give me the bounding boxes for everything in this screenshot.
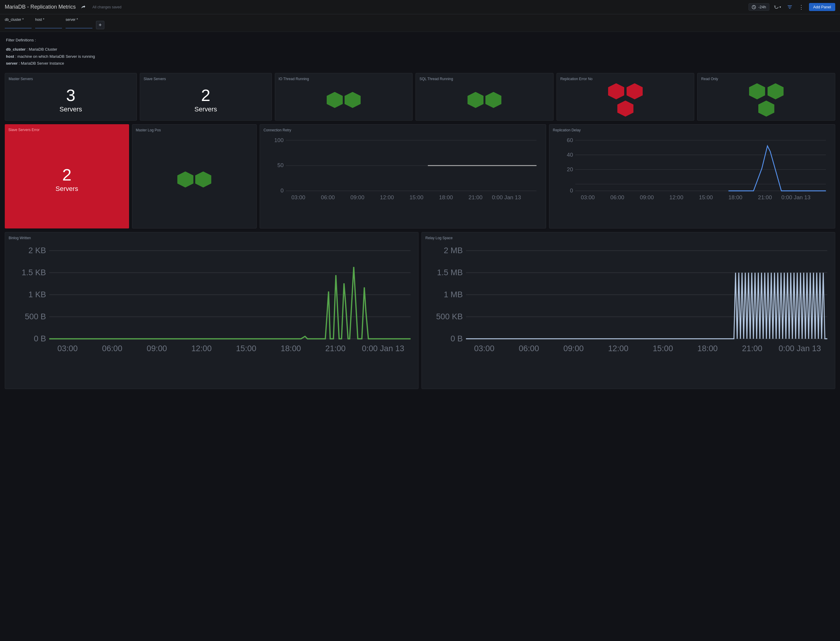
page-title: MariaDB - Replication Metrics [5,4,76,10]
panel-sql-thread: SQL Thread Running [415,73,554,121]
panel-read-only-content [701,84,831,117]
panel-binlog-written: Binlog Written 2 KB 1.5 KB 1 KB 500 B 0 … [5,232,418,389]
svg-text:06:00: 06:00 [321,194,335,200]
panel-binlog-title: Binlog Written [9,236,415,240]
svg-text:15:00: 15:00 [653,343,673,353]
svg-text:0 B: 0 B [451,333,463,343]
master-servers-stat: 3 Servers [59,87,82,113]
binlog-chart: 2 KB 1.5 KB 1 KB 500 B 0 B 03:00 06:00 0… [9,242,415,385]
svg-text:1.5 KB: 1.5 KB [22,267,46,277]
svg-text:15:00: 15:00 [410,194,423,200]
svg-text:06:00: 06:00 [610,194,624,200]
panel-relay-log-space: Relay Log Space 2 MB 1.5 MB 1 MB 500 KB … [422,232,835,389]
refresh-button[interactable]: ▾ [772,3,783,11]
sql-thread-hexes [467,92,501,108]
master-servers-label: Servers [59,105,82,113]
panel-relay-title: Relay Log Space [425,236,831,240]
panel-sql-thread-content [419,84,550,117]
master-log-hex-2 [195,172,212,188]
panel-replication-delay: Replication Delay 60 40 20 0 03:00 0 [549,124,835,229]
svg-text:03:00: 03:00 [581,194,594,200]
svg-text:15:00: 15:00 [236,343,256,353]
panel-master-log-content [136,135,253,225]
binlog-svg: 2 KB 1.5 KB 1 KB 500 B 0 B 03:00 06:00 0… [9,242,415,385]
filter-server-input[interactable] [66,23,92,28]
rep-err-hex-2 [627,84,643,100]
svg-text:500 B: 500 B [25,312,46,321]
add-filter-button[interactable]: + [96,21,104,29]
svg-text:06:00: 06:00 [102,343,122,353]
panel-master-servers: Master Servers 3 Servers [5,73,137,121]
filter-def-host: host : machine on which MariaDB Server i… [6,53,834,60]
io-hex-1 [327,92,343,108]
svg-text:0:00 Jan 13: 0:00 Jan 13 [362,343,404,353]
svg-text:0: 0 [570,187,573,193]
filter-server: server * [66,18,92,28]
relay-svg: 2 MB 1.5 MB 1 MB 500 KB 0 B 03:00 06:00 … [425,242,831,385]
panel-io-thread: IO Thread Running [275,73,413,121]
sql-hex-1 [467,92,483,108]
conn-retry-svg: 100 50 0 03:00 06:00 09:00 12:00 15:00 1… [263,135,542,225]
svg-text:0:00 Jan 13: 0:00 Jan 13 [779,343,821,353]
filter-bar: db_cluster * host * server * + [0,14,840,32]
share-button[interactable] [79,3,88,11]
svg-text:2 MB: 2 MB [444,245,463,254]
slave-err-stat: 2 Servers [55,166,78,193]
panel-read-only: Read Only [697,73,835,121]
svg-text:1 MB: 1 MB [444,290,463,299]
slave-err-label: Servers [55,185,78,193]
rep-delay-chart: 60 40 20 0 03:00 06:00 09:00 12:00 15:00… [553,135,832,225]
svg-text:09:00: 09:00 [564,343,584,353]
dashboard: Master Servers 3 Servers Slave Servers 2… [0,69,840,393]
svg-text:21:00: 21:00 [468,194,483,200]
header: MariaDB - Replication Metrics All change… [0,0,840,14]
master-log-hex-1 [178,172,194,188]
filter-db-cluster: db_cluster * [5,18,32,28]
rep-err-hexes [608,84,643,117]
panel-io-thread-title: IO Thread Running [279,77,409,81]
svg-text:09:00: 09:00 [640,194,654,200]
panel-master-log-title: Master Log Pos [136,128,253,132]
io-thread-hexes [327,92,361,108]
filter-host: host * [35,18,62,28]
panel-sql-thread-title: SQL Thread Running [419,77,550,81]
svg-text:18:00: 18:00 [728,194,742,200]
chevron-down-icon: ▾ [780,5,781,9]
filter-def-server: server : MariaDB Server Instance [6,60,834,67]
panel-slave-servers-content: 2 Servers [144,84,268,117]
panel-connection-retry: Connection Retry 100 50 0 03:00 06:00 09… [260,124,546,229]
filter-def-db-cluster: db_cluster : MariaDB Cluster [6,46,834,53]
svg-text:21:00: 21:00 [325,343,346,353]
svg-text:0 B: 0 B [34,333,46,343]
slave-servers-value: 2 [201,87,210,104]
svg-text:500 KB: 500 KB [436,312,463,321]
panel-slave-servers-error: Slave Servers Error 2 Servers [5,124,129,229]
more-options-button[interactable]: ⋮ [797,3,806,11]
svg-text:03:00: 03:00 [291,194,305,200]
add-panel-button[interactable]: Add Panel [809,3,835,11]
filter-button[interactable] [786,3,794,10]
svg-text:15:00: 15:00 [699,194,713,200]
sql-hex-2 [485,92,501,108]
panel-master-servers-content: 3 Servers [9,84,133,117]
read-only-hexes [749,84,783,117]
svg-text:18:00: 18:00 [439,194,453,200]
filter-db-cluster-label: db_cluster * [5,18,32,22]
svg-text:21:00: 21:00 [758,194,772,200]
svg-text:100: 100 [274,137,283,143]
slave-servers-stat: 2 Servers [194,87,217,113]
filter-host-input[interactable] [35,23,62,28]
svg-text:09:00: 09:00 [351,194,365,200]
filter-host-label: host * [35,18,62,22]
panel-rep-err-title: Replication Error No [561,77,691,81]
time-range-button[interactable]: -24h [748,3,769,11]
read-only-hex-3 [758,101,774,117]
master-servers-value: 3 [66,87,76,104]
rep-err-hex-3 [617,101,633,117]
svg-text:12:00: 12:00 [380,194,394,200]
filter-db-cluster-input[interactable] [5,23,32,28]
svg-text:20: 20 [567,166,573,172]
panel-slave-err-title: Slave Servers Error [8,128,126,132]
panel-slave-err-content: 2 Servers [8,134,126,225]
rep-delay-svg: 60 40 20 0 03:00 06:00 09:00 12:00 15:00… [553,135,832,225]
